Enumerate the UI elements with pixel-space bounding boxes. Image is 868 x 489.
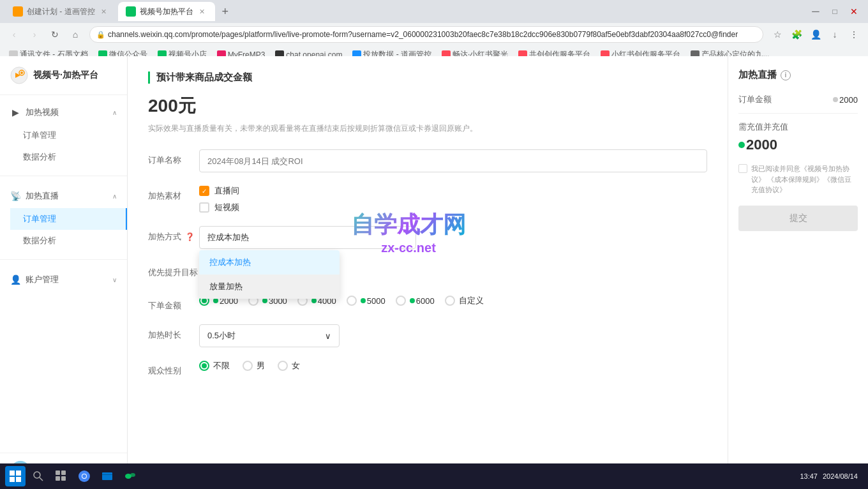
agreement-text-2: 《成本保障规则》《微信豆充值协议》 [751,176,851,194]
tab-2[interactable]: 视频号加热平台 ✕ [118,2,215,21]
panel-info-icon[interactable]: i [781,70,791,80]
duration-value: 0.5小时 [207,330,236,342]
restore-button[interactable]: □ [826,3,844,20]
agreement-text: 我已阅读并同意《视频号加热协议》 《成本保障规则》《微信豆充值协议》 [751,163,858,195]
gender-unlimited[interactable]: 不限 [199,360,230,372]
lock-icon: 🔒 [96,31,105,39]
svg-rect-4 [16,470,21,476]
material-checkbox-short[interactable] [199,202,209,213]
sidebar-logo: 视频号·加热平台 [0,56,127,95]
svg-rect-16 [102,472,112,480]
sidebar-item-account[interactable]: 👤 账户管理 ∨ [0,267,127,292]
svg-rect-11 [56,476,60,481]
amount-option-6000[interactable]: 6000 [396,296,435,306]
extensions-button[interactable]: 🧩 [788,26,805,43]
url-text: channels.weixin.qq.com/promote/pages/pla… [108,30,756,39]
dropdown-option-control-cost[interactable]: 控成本加热 [199,250,340,275]
svg-rect-6 [16,477,21,482]
taskbar-date: 2024/08/14 [823,472,858,480]
taskbar-chrome[interactable] [74,466,94,486]
material-option-live[interactable]: ✓ 直播间 [199,185,707,197]
radio-custom[interactable] [445,296,455,306]
amount-option-5000[interactable]: 5000 [347,296,385,306]
duration-label: 加热时长 [148,324,199,341]
menu-button[interactable]: ⋮ [845,26,863,43]
heating-method-display[interactable]: 控成本加热 [199,226,416,249]
svg-point-15 [82,474,86,478]
svg-rect-9 [56,470,60,475]
sidebar-sub-video-orders[interactable]: 订单管理 [23,124,127,146]
gender-female[interactable]: 女 [278,360,300,372]
close-button[interactable]: ✕ [845,3,863,20]
tab-2-close[interactable]: ✕ [197,6,207,17]
taskbar-search[interactable] [28,466,49,486]
material-label: 加热素材 [148,185,199,202]
reload-button[interactable]: ↻ [46,26,64,43]
material-control: ✓ 直播间 短视频 [199,185,707,213]
amount-custom-label: 自定义 [459,295,484,306]
radio-female[interactable] [278,361,288,371]
panel-divider [738,113,858,114]
taskbar-explorer[interactable] [97,466,117,486]
back-button[interactable]: ‹ [5,26,23,43]
tab-1-close[interactable]: ✕ [99,6,109,17]
submit-button[interactable]: 提交 [738,206,858,231]
profile-button[interactable]: 👤 [807,26,825,43]
gender-female-label: 女 [292,360,300,372]
radio-5000[interactable] [347,296,357,306]
account-icon: 👤 [10,275,20,285]
tab-2-label: 视频号加热平台 [140,6,193,17]
account-arrow-icon: ∨ [112,276,117,283]
minimize-button[interactable]: ─ [807,3,825,20]
duration-select[interactable]: 0.5小时 ∨ [199,324,340,347]
live-icon: 📡 [10,191,20,201]
material-live-label: 直播间 [214,185,239,197]
heating-method-value: 控成本加热 [207,232,249,243]
order-name-row: 订单名称 [148,149,707,172]
heating-method-info[interactable]: ❓ [185,232,195,241]
video-arrow-icon: ∧ [112,109,117,116]
radio-6000[interactable] [396,296,406,306]
agreement-checkbox[interactable] [738,164,747,173]
svg-line-8 [40,478,43,481]
panel-recharge-number: 2000 [746,137,777,153]
radio-male[interactable] [243,361,253,371]
order-name-control [199,149,707,172]
right-panel: 加热直播 i 订单金额 2000 需充值并充值 2000 我已阅读并同意《视频号… [728,56,868,489]
sidebar-item-video[interactable]: ▶ 加热视频 ∧ [0,100,127,124]
svg-point-2 [20,71,23,74]
home-button[interactable]: ⌂ [66,26,84,43]
gender-control: 不限 男 女 [199,360,707,372]
panel-order-amount-row: 订单金额 2000 [738,94,858,105]
radio-unlimited[interactable] [199,361,209,371]
material-checkbox-live[interactable]: ✓ [199,186,209,196]
panel-title: 加热直播 i [738,69,858,81]
forward-button[interactable]: › [26,26,43,43]
sidebar-item-live-label: 加热直播 [26,190,59,202]
taskbar-taskview[interactable] [51,466,71,486]
download-button[interactable]: ↓ [826,26,844,43]
amount-label: 下单金额 [148,295,199,312]
heating-method-dropdown: 控成本加热 放量加热 [199,250,340,299]
start-button[interactable] [5,466,26,486]
order-name-input[interactable] [199,149,707,172]
bookmark-button[interactable]: ☆ [768,26,786,43]
sidebar-sub-live: 订单管理 数据分析 [0,208,127,252]
new-tab-button[interactable]: + [216,3,234,20]
heating-method-label: 加热方式 ❓ [148,226,199,243]
sidebar-sub-video-analysis[interactable]: 数据分析 [23,146,127,168]
material-option-short[interactable]: 短视频 [199,202,707,213]
panel-agreement: 我已阅读并同意《视频号加热协议》 《成本保障规则》《微信豆充值协议》 [738,163,858,195]
sidebar-sub-live-analysis[interactable]: 数据分析 [23,230,127,252]
sidebar-sub-live-orders[interactable]: 订单管理 [10,208,127,230]
taskbar-wechat[interactable] [120,466,140,486]
gender-male[interactable]: 男 [243,360,265,372]
gender-label: 观众性别 [148,360,199,377]
sidebar-section-live: 📡 加热直播 ∧ 订单管理 数据分析 [0,179,127,257]
tab-1[interactable]: 创建计划 - 道画管控 ✕ [5,2,117,21]
logo-icon [10,66,28,84]
amount-option-custom[interactable]: 自定义 [445,295,484,306]
url-bar[interactable]: 🔒 channels.weixin.qq.com/promote/pages/p… [89,26,763,43]
sidebar-item-live[interactable]: 📡 加热直播 ∧ [0,184,127,208]
dropdown-option-volume[interactable]: 放量加热 [199,275,340,299]
